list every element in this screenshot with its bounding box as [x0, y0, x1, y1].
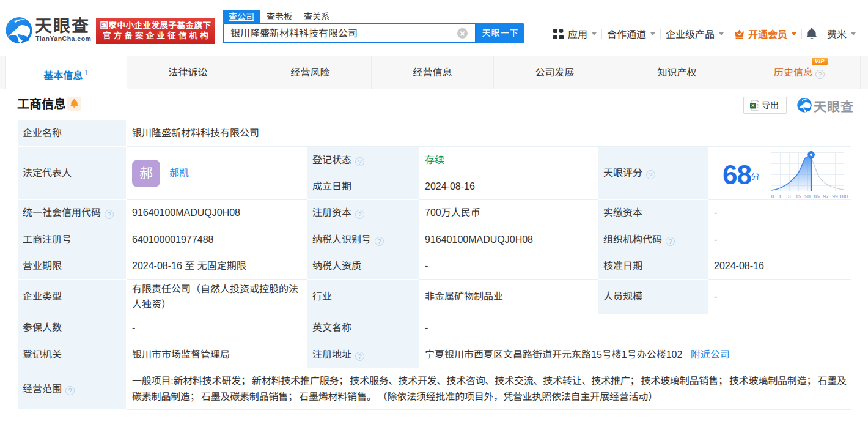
svg-text:X: X [751, 103, 754, 108]
svg-text:15: 15 [795, 193, 801, 199]
svg-text:100: 100 [839, 193, 848, 199]
svg-text:50: 50 [804, 193, 811, 199]
svg-text:3: 3 [788, 193, 791, 199]
svg-text:0: 0 [771, 193, 774, 199]
svg-text:85: 85 [814, 193, 820, 199]
svg-text:1: 1 [779, 193, 782, 199]
svg-text:99: 99 [832, 193, 838, 199]
svg-text:97: 97 [823, 193, 829, 199]
